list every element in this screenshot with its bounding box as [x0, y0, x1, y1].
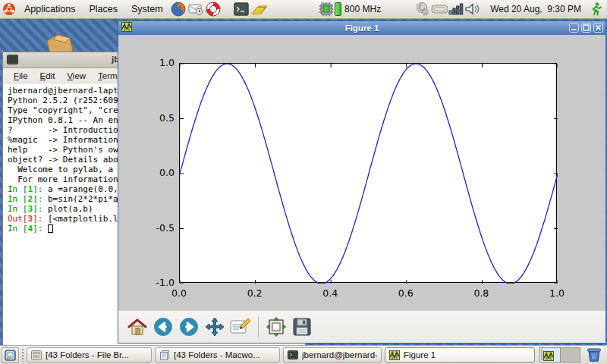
plot-area[interactable] — [179, 63, 557, 283]
help-lifebuoy-icon[interactable] — [206, 2, 222, 17]
x-tick-label: 0.8 — [467, 287, 495, 299]
figure-window: Figure 1 1.00.50.0-0.5-1.0 0.00.20.40.60… — [118, 20, 606, 344]
taskbar-button[interactable]: [43 Folders - Macwo... — [155, 347, 280, 362]
taskbar-button[interactable]: Figure 1 — [385, 347, 535, 362]
trash-icon[interactable] — [586, 346, 602, 364]
menu-system[interactable]: System — [124, 0, 170, 19]
taskbar-button-label: [43 Folders - File Br... — [46, 350, 129, 359]
logout-runner-icon[interactable] — [587, 2, 604, 17]
terminal-menu-view[interactable]: View — [61, 71, 92, 80]
firefox-icon[interactable] — [171, 2, 187, 17]
configure-subplots-button[interactable] — [263, 315, 289, 338]
cpu-frequency-bar[interactable] — [335, 2, 341, 16]
maximize-button[interactable] — [581, 23, 591, 33]
figure-canvas: 1.00.50.0-0.5-1.0 0.00.20.40.60.81.0 — [118, 35, 605, 310]
figure-titlebar[interactable]: Figure 1 — [118, 21, 605, 35]
x-tick-label: 1.0 — [543, 287, 571, 299]
y-tick-label: 0.0 — [140, 167, 175, 178]
home-button[interactable] — [124, 315, 150, 338]
minimize-button[interactable] — [569, 23, 579, 33]
menu-places[interactable]: Places — [82, 0, 124, 19]
power-manager-icon[interactable] — [414, 2, 431, 17]
taskbar-button-label: Figure 1 — [404, 350, 436, 359]
cpu-chip-icon[interactable] — [318, 2, 335, 17]
workspace-mini-figure — [543, 350, 554, 364]
toolbar-separator — [258, 317, 259, 337]
taskbar-window-buttons: [43 Folders - File Br...[43 Folders - Ma… — [27, 347, 538, 362]
x-tick-label: 0.2 — [241, 287, 269, 299]
terminal-window-icon — [7, 55, 18, 68]
x-tick-label: 0.6 — [392, 287, 420, 299]
terminal-menu-file[interactable]: File — [8, 71, 34, 80]
y-tick-label: 0.5 — [140, 112, 175, 124]
zoom-rect-button[interactable] — [228, 315, 253, 338]
figure-title: Figure 1 — [118, 24, 605, 33]
workspace-2[interactable] — [561, 348, 580, 362]
mail-icon[interactable] — [188, 2, 204, 17]
taskbar-button[interactable]: jbernard@jbernard-l... — [283, 347, 382, 362]
taskbar-button-label: jbernard@jbernard-l... — [302, 350, 377, 359]
terminal-menu-edit[interactable]: Edit — [34, 71, 61, 80]
workspace-1[interactable] — [540, 348, 561, 362]
taskbar-separator[interactable] — [21, 348, 24, 362]
x-tick-label: 0.0 — [165, 287, 193, 299]
document-icon — [159, 350, 170, 360]
x-tick-label: 0.4 — [316, 287, 344, 299]
notes-launcher-icon[interactable] — [251, 2, 267, 17]
taskbar-button-label: [43 Folders - Macwo... — [174, 350, 260, 359]
matplotlib-window-icon — [121, 21, 132, 35]
network-signal-icon[interactable] — [448, 2, 464, 17]
desktop: Applications Places System 800 MHz — [0, 0, 607, 364]
clock[interactable]: Wed 20 Aug, 9:30 PM — [490, 4, 581, 14]
terminal-cursor[interactable] — [48, 224, 53, 233]
plot-svg — [180, 64, 558, 284]
close-button[interactable] — [593, 23, 603, 33]
terminal-launcher-icon[interactable] — [234, 2, 250, 17]
taskbar: [43 Folders - File Br...[43 Folders - Ma… — [0, 345, 607, 364]
taskbar-button[interactable]: [43 Folders - File Br... — [27, 347, 152, 362]
drive-icon[interactable] — [431, 2, 448, 17]
back-button[interactable] — [150, 315, 176, 338]
save-button[interactable] — [289, 315, 315, 338]
top-panel: Applications Places System 800 MHz — [0, 0, 607, 19]
y-tick-label: -1.0 — [140, 277, 175, 288]
y-tick-label: -0.5 — [140, 222, 175, 234]
file-browser-icon — [31, 350, 42, 360]
workspace-switcher — [539, 347, 580, 362]
cpu-frequency-label[interactable]: 800 MHz — [344, 4, 381, 14]
matplotlib-icon — [389, 350, 400, 360]
pan-button[interactable] — [202, 315, 228, 338]
menu-applications[interactable]: Applications — [17, 0, 82, 19]
terminal-icon — [288, 350, 298, 359]
volume-icon[interactable] — [464, 2, 481, 17]
distro-logo-icon[interactable] — [1, 2, 17, 17]
matplotlib-toolbar — [118, 310, 605, 343]
forward-button[interactable] — [176, 315, 202, 338]
y-tick-label: 1.0 — [140, 57, 175, 68]
show-desktop-button[interactable] — [2, 347, 19, 363]
